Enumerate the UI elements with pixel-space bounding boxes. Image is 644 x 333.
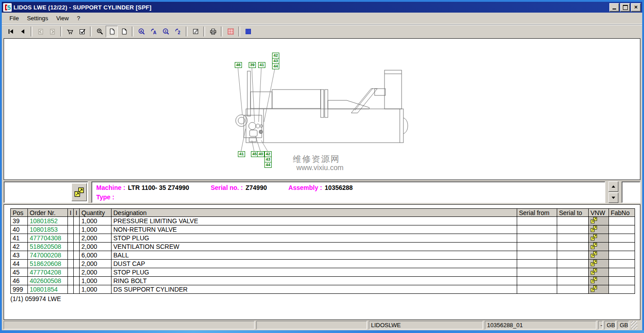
application-window: 5 LIDOS LWE (12/22) - SUPPORT CYLINDER […	[0, 0, 644, 333]
link-jump-icon[interactable]	[590, 225, 597, 232]
status-panel: GB	[617, 321, 629, 329]
link-jump-icon[interactable]	[590, 268, 597, 275]
header-designation[interactable]: Designation	[112, 209, 517, 217]
status-panel: LIDOSLWE	[369, 321, 483, 329]
order-checklist-icon[interactable]	[76, 26, 88, 37]
vnw-cell[interactable]	[589, 268, 609, 277]
find-next-text-icon[interactable]: A	[148, 26, 160, 37]
cell-pos: 999	[11, 285, 28, 294]
cart-icon[interactable]	[64, 26, 76, 37]
table-row[interactable]: 414777043082,000STOP PLUG	[11, 234, 635, 243]
part-callout[interactable]: 41	[238, 151, 245, 157]
cell-order[interactable]: 477704308	[28, 234, 68, 243]
page-view-icon[interactable]	[106, 26, 118, 37]
maximize-button[interactable]	[620, 3, 630, 12]
vnw-cell[interactable]	[589, 251, 609, 260]
grid-red-icon[interactable]	[224, 26, 237, 37]
book-forward-icon	[46, 26, 58, 37]
header-i1[interactable]: I	[68, 209, 74, 217]
parts-table-panel: Pos Order Nr. I I Quantity Designation S…	[4, 204, 640, 320]
resize-grip[interactable]	[631, 321, 637, 329]
part-callout[interactable]: 46	[235, 62, 242, 68]
find-number-icon[interactable]: 2	[160, 26, 172, 37]
vnw-cell[interactable]	[589, 285, 609, 294]
app-logo-icon: 5	[3, 3, 12, 12]
previous-page-icon[interactable]	[17, 26, 29, 37]
cell-order[interactable]: 518620608	[28, 260, 68, 268]
cell-order[interactable]: 10801852	[28, 217, 68, 225]
statusbar: LIDOSLWE10356288_01-GBGB	[2, 320, 642, 330]
part-callout[interactable]: 44	[272, 63, 279, 69]
menu-view[interactable]: View	[52, 14, 73, 22]
header-order-nr[interactable]: Order Nr.	[28, 209, 68, 217]
parts-table: Pos Order Nr. I I Quantity Designation S…	[10, 208, 635, 294]
table-row[interactable]: 39108018521,000PRESSURE LIMITING VALVE	[11, 217, 635, 225]
vnw-cell[interactable]	[589, 277, 609, 285]
assembly-value: 10356288	[325, 184, 353, 191]
part-callout[interactable]: 39	[249, 62, 256, 68]
link-jump-icon[interactable]	[590, 251, 597, 258]
cell-st	[557, 225, 589, 234]
table-row[interactable]: 437470002086,000BALL	[11, 251, 635, 260]
table-row[interactable]: 40108018531,000NON-RETURN VALVE	[11, 225, 635, 234]
vnw-cell[interactable]	[589, 225, 609, 234]
cell-order[interactable]: 10801854	[28, 285, 68, 294]
menu-help[interactable]: ?	[73, 14, 84, 22]
header-quantity[interactable]: Quantity	[80, 209, 112, 217]
svg-text:A: A	[153, 30, 156, 35]
print-icon[interactable]	[207, 26, 219, 37]
zoom-icon[interactable]	[94, 26, 106, 37]
table-row[interactable]: 454777042082,000STOP PLUG	[11, 268, 635, 277]
link-jump-icon[interactable]	[590, 217, 597, 224]
scroll-down-button[interactable]	[608, 193, 618, 203]
cell-order[interactable]: 518620508	[28, 243, 68, 251]
close-button[interactable]: ×	[631, 3, 641, 12]
page-view-alt-icon[interactable]	[118, 26, 130, 37]
part-callout[interactable]: 40	[257, 151, 264, 157]
vnw-cell[interactable]	[589, 260, 609, 268]
cell-sf	[517, 268, 557, 277]
cell-order[interactable]: 747000208	[28, 251, 68, 260]
table-row[interactable]: 445186206082,000DUST CAP	[11, 260, 635, 268]
header-i2[interactable]: I	[74, 209, 80, 217]
table-row[interactable]: 464026005081,000RING BOLT	[11, 277, 635, 285]
header-serial-to[interactable]: Serial to	[557, 209, 589, 217]
book-back-icon	[34, 26, 46, 37]
header-pos[interactable]: Pos	[11, 209, 28, 217]
minimize-button[interactable]	[609, 3, 619, 12]
table-row[interactable]: 999108018541,000DS SUPPORT CYLINDER	[11, 285, 635, 294]
cell-order[interactable]: 402600508	[28, 277, 68, 285]
cell-order[interactable]: 477704208	[28, 268, 68, 277]
part-callout[interactable]: 44	[264, 162, 272, 168]
header-vnw[interactable]: VNW	[589, 209, 609, 217]
notes-icon[interactable]	[189, 26, 201, 37]
titlebar[interactable]: 5 LIDOS LWE (12/22) - SUPPORT CYLINDER […	[2, 2, 642, 13]
vnw-cell[interactable]	[589, 234, 609, 243]
link-jump-icon[interactable]	[590, 243, 597, 249]
menu-settings[interactable]: Settings	[23, 14, 52, 22]
link-jump-icon[interactable]	[590, 277, 597, 284]
cell-qty: 1,000	[80, 285, 112, 294]
link-jump-icon[interactable]	[590, 260, 597, 266]
table-row[interactable]: 425186205082,000VENTILATION SCREW	[11, 243, 635, 251]
header-serial-from[interactable]: Serial from	[517, 209, 557, 217]
vnw-cell[interactable]	[589, 243, 609, 251]
cell-i	[74, 268, 80, 277]
cell-i	[74, 225, 80, 234]
scroll-up-button[interactable]	[608, 181, 618, 192]
cell-qty: 1,000	[80, 217, 112, 225]
swap-view-button[interactable]	[72, 183, 87, 201]
menu-file[interactable]: File	[5, 14, 23, 22]
first-page-icon[interactable]	[4, 26, 17, 37]
cell-st	[557, 217, 589, 225]
link-jump-icon[interactable]	[590, 234, 597, 241]
cell-fab	[609, 217, 635, 225]
part-callout[interactable]: 41	[258, 62, 265, 68]
link-jump-icon[interactable]	[590, 285, 597, 292]
vnw-cell[interactable]	[589, 217, 609, 225]
header-fabno[interactable]: FabNo	[609, 209, 635, 217]
cell-order[interactable]: 10801853	[28, 225, 68, 234]
find-next-number-icon[interactable]: 2	[172, 26, 184, 37]
grid-blue-icon[interactable]	[242, 26, 254, 37]
find-text-icon[interactable]: A	[135, 26, 148, 37]
